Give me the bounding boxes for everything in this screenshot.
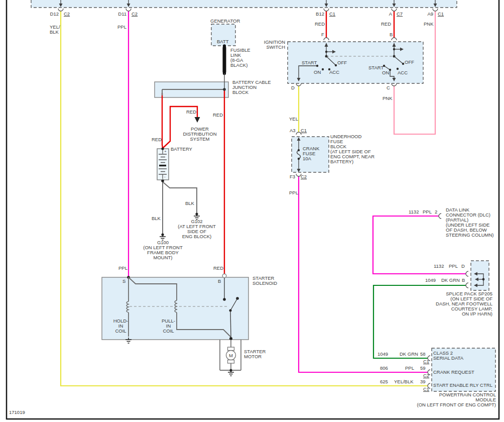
fuse-pin-f3: F3 <box>290 174 295 179</box>
solenoid-pin-s: S <box>122 279 125 284</box>
fuse-block-label: UNDERHOOD FUSE BLOCK (AT LEFT SIDE OF EN… <box>330 134 374 164</box>
pcm-row1-circuit: 1049 <box>377 352 388 357</box>
wire-label-red-battery: RED <box>152 137 162 142</box>
ign-left-off: OFF <box>337 60 347 65</box>
battery-symbol <box>157 147 169 182</box>
hold-in-coil-label: HOLD- IN COIL <box>107 319 135 334</box>
pcm-row1-color: DK GRN <box>400 352 418 357</box>
pcm-row2-signal: CRANK REQUEST <box>433 370 474 375</box>
pcm-row2-circuit: 806 <box>380 366 388 371</box>
conn-label-c1-1: C1 <box>329 12 335 17</box>
wire-label-pnk-top: PNK <box>424 22 434 27</box>
junction-block-label: BATTERY CABLE JUNCTION BLOCK <box>232 80 271 95</box>
g102-label: G102 (AT LEFT FRONT SIDE OF ENG BLOCK) <box>174 219 219 239</box>
pcm-row3-signal: START ENABLE RLY CTRL <box>433 383 492 388</box>
generator-title: GENERATOR <box>210 19 240 24</box>
wire-blk-g102 <box>163 182 197 213</box>
conn-label-c1-2: C1 <box>438 12 444 17</box>
pin-label-a9: A9 <box>427 12 433 17</box>
ign-right-off: OFF <box>405 60 414 65</box>
ign-right-start: START <box>368 65 384 70</box>
dlc-circuit: 1132 <box>409 209 419 215</box>
drawing-number: 171019 <box>9 410 25 415</box>
fusible-link-symbol <box>223 46 226 73</box>
battery-plus: + <box>164 150 167 154</box>
pull-in-coil-label: PULL- IN COIL <box>155 319 182 334</box>
pin-label-d12: D12 <box>50 12 59 17</box>
wire-label-pnk-c: PNK <box>383 96 393 101</box>
battery-title: BATTERY <box>171 147 192 152</box>
power-dist-label: POWER DISTRIBUTION SYSTEM <box>175 127 225 142</box>
splice-pin-d: D <box>461 264 465 269</box>
ignition-pin-d: D <box>291 85 295 90</box>
crank-fuse-label: CRANK FUSE 10A <box>303 146 319 161</box>
motor-m-glyph: M <box>229 353 233 358</box>
wire-label-red-solenoid-2: RED <box>213 266 223 271</box>
fusible-link-label: FUSIBLE LINK (8-GA BLACK) <box>230 48 250 68</box>
fuse-pin-a3: A3 <box>290 128 296 133</box>
conn-label-c2-2: C2 <box>132 12 138 17</box>
fuse-conn-c2: C2 <box>301 174 307 179</box>
ign-left-start: START <box>302 60 317 65</box>
generator-batt-label: BATT <box>217 39 229 44</box>
junction-dot <box>223 88 226 91</box>
pin-label-b12: B12 <box>316 12 324 17</box>
splice-b-color: DK GRN <box>441 278 460 283</box>
pin-label-d11: D11 <box>118 12 127 17</box>
splice-pack-box <box>471 261 489 290</box>
wire-label-red-2: RED <box>381 22 391 27</box>
pcm-label: POWERTRAIN CONTROL MODULE (ON LEFT FRONT… <box>417 392 496 407</box>
wire-label-yel: YEL <box>289 117 298 122</box>
splice-b-circuit: 1049 <box>425 278 436 283</box>
splice-d-color: PPL <box>449 264 458 269</box>
pcm-row1-signal: CLASS 2 SERIAL DATA <box>433 351 463 361</box>
pcm-row2-color: PPL <box>405 366 414 371</box>
conn-label-c7: C7 <box>397 12 403 17</box>
ground-g100-symbol <box>160 233 166 240</box>
ign-right-acc: ACC <box>398 70 408 75</box>
wire-label-blk-g102: BLK <box>185 201 194 206</box>
pcm-row1-conn: C1 <box>423 359 429 364</box>
wire-label-red-powerdist: RED <box>186 110 196 115</box>
pin-label-a: A <box>389 12 392 17</box>
wire-label-ppl-top: PPL <box>117 25 127 30</box>
pcm-row3-pin: 39 <box>420 379 426 384</box>
ignition-pin-f: F <box>321 32 324 37</box>
wire-label-red-solenoid-1: RED <box>213 113 223 118</box>
ign-right-on: ON <box>382 70 389 75</box>
wire-label-blk-g100: BLK <box>152 216 161 221</box>
pcm-row3-circuit: 625 <box>380 379 388 384</box>
dlc-pin: 2 <box>435 209 437 215</box>
pcm-row2-pin: 59 <box>420 366 426 371</box>
wire-label-yel-blk: YEL/ BLK <box>50 25 60 35</box>
dlc-wire-color: PPL <box>423 209 432 215</box>
solenoid-pin-b: B <box>218 279 221 284</box>
wire-label-ppl-fuse: PPL <box>289 190 298 195</box>
pcm-row2-conn: C2 <box>423 373 429 378</box>
wiring-diagram: M D12 C2 YEL/ BLK <box>0 0 504 422</box>
splice-pack-label: SPLICE PACK SP205 (ON LEFT SIDE OF DASH,… <box>436 291 492 316</box>
fusible-link-top <box>223 45 226 48</box>
wire-red-battery-feed <box>162 93 163 148</box>
splice-d-circuit: 1132 <box>434 264 444 269</box>
starter-solenoid-title: STARTER SOLENOID <box>253 276 277 286</box>
splice-pin-b: B <box>462 278 465 283</box>
pcm-row1-pin: 58 <box>420 352 426 357</box>
fuse-conn-c1: C1 <box>301 128 307 133</box>
pcm-row3-conn: C1 <box>423 387 429 392</box>
ign-left-on: ON <box>314 70 321 75</box>
battery-minus: - <box>164 175 166 179</box>
ignition-pin-b: B <box>390 32 393 37</box>
dlc-label: DATA LINK CONNECTOR (DLC) (PARTIAL) (UND… <box>446 207 494 238</box>
starter-motor-title: STARTER MOTOR <box>244 349 266 359</box>
pcm-row3-color: YEL/BLK <box>394 379 414 384</box>
ignition-switch-title: IGNITION SWITCH <box>264 40 285 50</box>
ign-left-acc: ACC <box>329 70 339 75</box>
power-dist-arrow <box>195 117 200 123</box>
conn-label-c2-1: C2 <box>64 12 70 17</box>
wire-label-red-1: RED <box>315 22 325 27</box>
ignition-pin-c: C <box>387 85 390 90</box>
g100-label: G100 (ON LEFT FRONT FRAME BODY MOUNT) <box>142 240 184 260</box>
wire-label-ppl-s: PPL <box>118 266 128 271</box>
